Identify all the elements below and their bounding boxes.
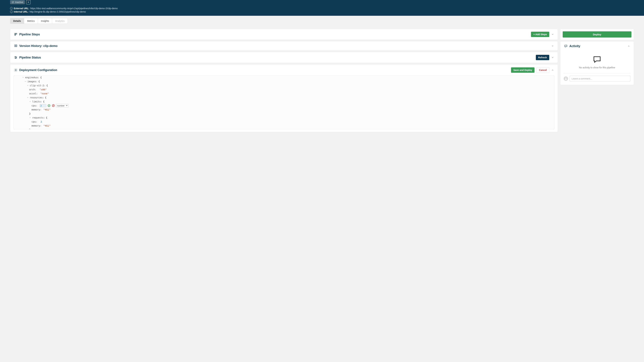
- svg-line-1: [12, 2, 14, 3]
- inactive-icon: [12, 1, 14, 3]
- pipeline-steps-card: Pipeline Steps + Add Steps: [10, 29, 558, 40]
- version-title: Version History: clip-demo: [19, 44, 58, 48]
- save-deploy-button[interactable]: Save and Deploy: [511, 67, 534, 73]
- svg-point-9: [16, 57, 16, 58]
- json-value: "4Gi": [44, 124, 50, 128]
- info-icon: i: [10, 7, 13, 10]
- comment-outline-icon: [593, 55, 601, 64]
- avatar: [564, 76, 568, 81]
- tab-bar: Details Metrics Insights Analytics: [10, 18, 68, 24]
- svg-rect-3: [16, 33, 17, 34]
- caret-down-icon[interactable]: [29, 101, 31, 103]
- json-key: memory:: [32, 124, 42, 128]
- page-header: Inactive + i External URL: https://doc-t…: [0, 0, 644, 16]
- caret-down-icon[interactable]: [27, 85, 29, 86]
- deploy-button[interactable]: Deploy: [563, 31, 632, 37]
- json-key: requests:: [32, 116, 45, 120]
- type-select[interactable]: number: [56, 104, 68, 107]
- json-key: accel:: [29, 91, 38, 95]
- add-steps-button[interactable]: + Add Steps: [531, 32, 549, 37]
- chevron-down-icon[interactable]: [551, 44, 554, 47]
- add-tag-button[interactable]: +: [26, 0, 30, 4]
- external-url-label: External URL:: [14, 7, 29, 10]
- svg-point-10: [15, 58, 16, 58]
- deploy-card: Deploy: [560, 29, 634, 40]
- svg-rect-2: [14, 33, 16, 34]
- json-key: limits:: [32, 99, 42, 104]
- json-key: memory:: [32, 108, 42, 112]
- json-key: arch:: [29, 87, 36, 91]
- json-key: cpu:: [32, 120, 37, 124]
- json-brace: {: [46, 116, 47, 120]
- svg-point-8: [15, 56, 16, 57]
- caret-down-icon[interactable]: [22, 77, 24, 78]
- confirm-icon[interactable]: [47, 104, 51, 107]
- divider: [564, 73, 630, 73]
- json-key: clip-vit-2:: [30, 83, 46, 87]
- external-url-row: i External URL: https://doc-test.wallaro…: [10, 7, 634, 10]
- json-brace: {: [38, 79, 40, 83]
- json-brace: }: [29, 128, 30, 129]
- json-brace: {: [43, 99, 44, 104]
- refresh-button[interactable]: Refresh: [536, 55, 549, 60]
- json-key: cpu:: [32, 104, 37, 108]
- cancel-edit-icon[interactable]: [52, 104, 55, 107]
- internal-url-label: Internal URL:: [14, 10, 28, 13]
- json-scroll-area[interactable]: engineAux: { images: { clip-vit-2:: [14, 76, 554, 129]
- internal-url-row: i Internal URL: http://engine-lb.clip-de…: [10, 10, 634, 13]
- json-brace: {: [40, 76, 42, 79]
- caret-down-icon[interactable]: [29, 117, 31, 119]
- caret-down-icon[interactable]: [24, 81, 26, 82]
- chevron-down-icon[interactable]: [551, 56, 554, 59]
- status-title: Pipeline Status: [19, 56, 41, 59]
- cpu-limit-input[interactable]: [40, 104, 46, 107]
- json-value: "x86": [40, 87, 46, 91]
- steps-icon: [14, 32, 18, 36]
- svg-point-15: [565, 78, 566, 79]
- settings-sliders-icon: [14, 56, 18, 59]
- chevron-down-icon[interactable]: [551, 33, 554, 36]
- json-value: "none": [40, 91, 49, 95]
- activity-empty-text: No activity to show for this pipeline: [579, 66, 615, 69]
- chevron-up-icon[interactable]: [628, 45, 630, 47]
- tab-analytics: Analytics: [52, 18, 68, 24]
- json-editor: engineAux: { images: { clip-vit-2:: [14, 76, 554, 129]
- json-key: resources:: [30, 95, 44, 99]
- tab-details[interactable]: Details: [10, 18, 24, 24]
- activity-card: Activity No activity to show for this pi…: [560, 41, 634, 85]
- internal-url-value: http://engine-lb.clip-demo-2:29502/pipel…: [30, 10, 86, 13]
- json-brace: {: [45, 95, 46, 99]
- chevron-up-icon[interactable]: [551, 69, 554, 71]
- json-value: 2: [40, 120, 42, 124]
- svg-rect-4: [14, 34, 16, 35]
- status-row: Inactive +: [10, 0, 634, 6]
- gear-icon: [14, 68, 18, 72]
- json-key: engineAux:: [25, 76, 39, 79]
- tab-insights[interactable]: Insights: [38, 18, 52, 24]
- json-key: images:: [28, 79, 38, 83]
- comment-input[interactable]: [570, 76, 630, 81]
- version-history-card: Version History: clip-demo: [10, 41, 558, 51]
- svg-line-14: [53, 105, 54, 106]
- cancel-button[interactable]: Cancel: [536, 67, 549, 73]
- tab-metrics[interactable]: Metrics: [24, 18, 38, 24]
- activity-title: Activity: [569, 44, 580, 48]
- status-label: Inactive: [15, 1, 23, 3]
- book-icon: [14, 44, 18, 48]
- caret-down-icon[interactable]: [27, 97, 29, 98]
- content: Details Metrics Insights Analytics Pipel…: [0, 16, 644, 139]
- json-brace: }: [29, 112, 30, 116]
- deployment-config-card: Deployment Configuration Save and Deploy…: [10, 64, 558, 132]
- external-url-value: https://doc-test.wallaroocommunity.ninja…: [30, 7, 118, 10]
- config-title: Deployment Configuration: [19, 68, 57, 72]
- json-brace: {: [46, 83, 48, 87]
- pipeline-status-card: Pipeline Status Refresh: [10, 52, 558, 63]
- status-pill: Inactive: [10, 0, 25, 4]
- svg-point-11: [16, 70, 16, 70]
- steps-title: Pipeline Steps: [19, 33, 40, 36]
- json-value: "4Gi": [44, 108, 50, 112]
- info-icon: i: [10, 10, 13, 13]
- comment-icon: [564, 44, 568, 48]
